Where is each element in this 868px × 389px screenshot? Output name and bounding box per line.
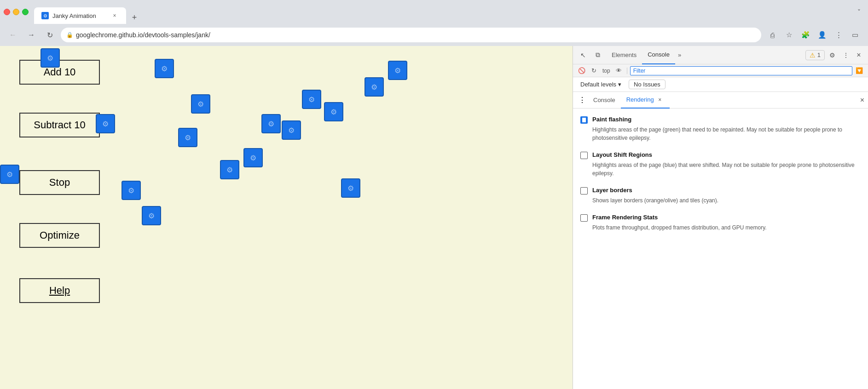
sidebar-button[interactable]: ▭ <box>848 28 862 42</box>
more-tabs-button[interactable]: » <box>675 51 684 58</box>
layout-shift-option: Layout Shift Regions Highlights areas of… <box>580 151 861 177</box>
layout-shift-desc: Highlights areas of the page (blue) that… <box>580 161 861 177</box>
close-window-button[interactable] <box>4 9 10 15</box>
animated-square <box>191 94 210 114</box>
settings-button[interactable]: ⚙ <box>826 49 839 62</box>
animated-square <box>96 114 115 133</box>
chevron-down-icon: ˅ <box>857 8 861 16</box>
active-tab[interactable]: Janky Animation × <box>34 7 126 24</box>
animated-square <box>155 59 174 78</box>
optimize-button[interactable]: Optimize <box>19 223 100 248</box>
paint-flashing-checkbox[interactable] <box>580 116 588 124</box>
devtools-header: ↖ ⧉ Elements Console » ⚠ 1 ⚙ ⋮ × <box>573 46 868 64</box>
toolbar-separator <box>627 68 627 74</box>
layout-shift-title: Layout Shift Regions <box>592 151 652 158</box>
warning-icon: ⚠ <box>810 51 816 59</box>
dropdown-arrow-icon: ▾ <box>618 81 621 88</box>
animated-square <box>220 160 239 179</box>
animated-square <box>0 165 19 184</box>
devtools-tab-bar: Elements Console » <box>606 46 804 64</box>
panel-tabs: ⋮ Console Rendering × × <box>573 92 868 109</box>
console-tab[interactable]: Console <box>642 46 675 64</box>
frame-rendering-checkbox[interactable] <box>580 214 588 222</box>
paint-flashing-desc: Highlights areas of the page (green) tha… <box>580 126 861 142</box>
no-issues-button[interactable]: No Issues <box>629 80 665 89</box>
more-options-button[interactable]: ⋮ <box>839 49 852 62</box>
elements-tab[interactable]: Elements <box>606 46 642 64</box>
help-button[interactable]: Help <box>19 278 100 303</box>
menu-button[interactable]: ⋮ <box>831 28 846 42</box>
animated-square <box>341 178 360 198</box>
profile-button[interactable]: 👤 <box>815 28 829 42</box>
devtools-close-button[interactable]: × <box>853 50 864 61</box>
animated-square <box>178 128 197 147</box>
maximize-window-button[interactable] <box>22 9 29 15</box>
layer-borders-desc: Shows layer borders (orange/olive) and t… <box>580 196 861 205</box>
frame-rendering-option: Frame Rendering Stats Plots frame throug… <box>580 214 861 232</box>
stop-button[interactable]: Stop <box>19 170 100 195</box>
default-levels-button[interactable]: Default levels ▾ <box>577 79 625 90</box>
layout-shift-checkbox[interactable] <box>580 152 588 159</box>
extensions-button[interactable]: 🧩 <box>798 28 813 42</box>
address-text: googlechrome.github.io/devtools-samples/… <box>76 31 756 39</box>
paint-flashing-header: Paint flashing <box>580 116 861 124</box>
warning-badge[interactable]: ⚠ 1 <box>805 50 825 60</box>
nav-actions: ⎙ ☆ 🧩 👤 ⋮ ▭ <box>765 28 862 42</box>
animated-square <box>142 206 161 225</box>
clear-console-button[interactable]: 🚫 <box>577 66 587 76</box>
layer-borders-header: Layer borders <box>580 187 861 194</box>
rendering-tab-close-button[interactable]: × <box>656 96 664 104</box>
devtools-sub-toolbar: Default levels ▾ No Issues <box>573 77 868 92</box>
layout-shift-header: Layout Shift Regions <box>580 151 861 159</box>
subtract-10-button[interactable]: Subtract 10 <box>19 113 100 137</box>
share-button[interactable]: ⎙ <box>765 28 780 42</box>
back-button[interactable]: ← <box>6 28 20 42</box>
rendering-panel-tab[interactable]: Rendering × <box>621 92 670 109</box>
animated-square <box>388 61 407 80</box>
animated-square <box>261 114 281 133</box>
layer-borders-option: Layer borders Shows layer borders (orang… <box>580 187 861 205</box>
frame-rendering-desc: Plots frame throughput, dropped frames d… <box>580 223 861 232</box>
cursor-tool-button[interactable]: ↖ <box>577 49 590 62</box>
animated-square <box>282 120 301 140</box>
console-panel-tab[interactable]: Console <box>588 92 621 109</box>
filter-options-icon[interactable]: 🔽 <box>854 66 864 76</box>
window-controls: ˅ <box>857 8 864 16</box>
minimize-window-button[interactable] <box>13 9 19 15</box>
devtools-panel: ↖ ⧉ Elements Console » ⚠ 1 ⚙ ⋮ × <box>573 46 868 389</box>
address-bar[interactable]: 🔒 googlechrome.github.io/devtools-sample… <box>61 28 761 42</box>
devtools-header-actions: ⚠ 1 ⚙ ⋮ × <box>805 49 864 62</box>
frame-rendering-title: Frame Rendering Stats <box>592 214 658 221</box>
warning-count: 1 <box>817 51 821 58</box>
responsive-tool-button[interactable]: ⧉ <box>591 49 604 62</box>
preserve-log-button[interactable]: ↻ <box>589 66 599 76</box>
new-tab-button[interactable]: + <box>128 11 141 24</box>
layer-borders-title: Layer borders <box>592 187 632 194</box>
forward-button[interactable]: → <box>24 28 39 42</box>
animated-square <box>243 148 263 167</box>
filter-input[interactable] <box>630 66 852 75</box>
title-bar: Janky Animation × + ˅ <box>0 0 868 24</box>
layer-borders-checkbox[interactable] <box>580 187 588 194</box>
top-context-select[interactable]: top <box>601 66 612 76</box>
animated-square <box>302 90 321 109</box>
panel-more-button[interactable]: ⋮ <box>577 95 588 106</box>
tab-close-button[interactable]: × <box>110 11 119 20</box>
panel-close-button[interactable]: × <box>860 96 864 104</box>
paint-flashing-title: Paint flashing <box>592 116 631 123</box>
lock-icon: 🔒 <box>66 32 73 38</box>
paint-flashing-option: Paint flashing Highlights areas of the p… <box>580 116 861 142</box>
animated-square <box>324 102 343 121</box>
eye-button[interactable]: 👁 <box>614 66 624 76</box>
animated-square <box>122 181 141 200</box>
bookmark-button[interactable]: ☆ <box>781 28 796 42</box>
refresh-button[interactable]: ↻ <box>42 28 57 42</box>
frame-rendering-header: Frame Rendering Stats <box>580 214 861 222</box>
browser-chrome: Janky Animation × + ˅ ← → ↻ 🔒 googlechro… <box>0 0 868 46</box>
devtools-toolbar: 🚫 ↻ top 👁 🔽 <box>573 64 868 77</box>
rendering-content: Paint flashing Highlights areas of the p… <box>573 109 868 389</box>
main-area: Add 10 Subtract 10 Stop Optimize Help <box>0 46 868 389</box>
tab-favicon <box>41 12 49 19</box>
tab-bar: Janky Animation × + <box>34 0 854 24</box>
page-content: Add 10 Subtract 10 Stop Optimize Help <box>0 46 573 389</box>
